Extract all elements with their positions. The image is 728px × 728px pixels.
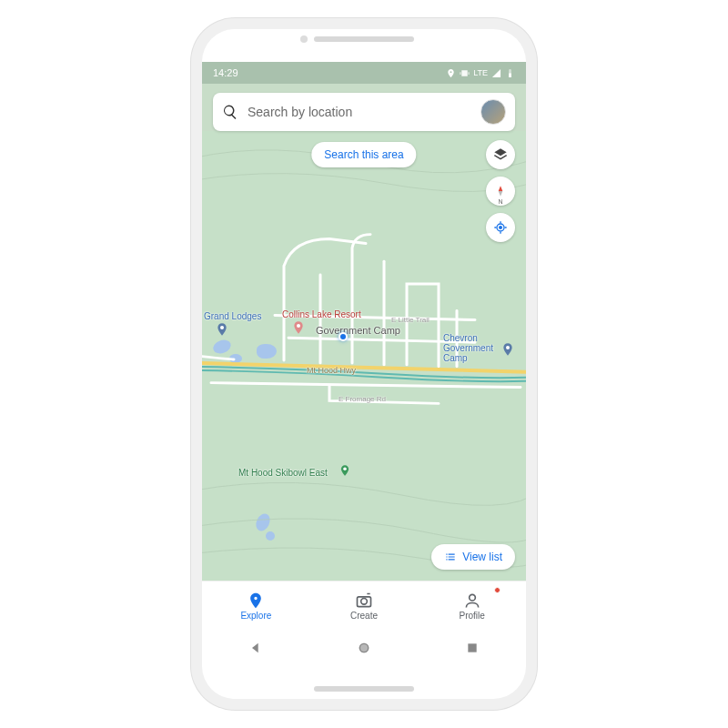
nav-explore[interactable]: Explore bbox=[202, 581, 310, 630]
status-bar: 14:29 LTE bbox=[202, 62, 526, 84]
phone-frame: 14:29 LTE Search by location bbox=[191, 18, 537, 710]
search-area-button[interactable]: Search this area bbox=[311, 142, 416, 167]
current-location-dot bbox=[339, 332, 348, 341]
map-canvas[interactable]: Grand Lodges Collins Lake Resort Governm… bbox=[202, 131, 526, 581]
home-button[interactable] bbox=[357, 641, 371, 655]
nav-profile-label: Profile bbox=[460, 611, 485, 621]
place-collins-lake: Collins Lake Resort bbox=[282, 309, 361, 319]
nav-create-label: Create bbox=[350, 611, 378, 621]
svg-point-8 bbox=[469, 594, 475, 601]
svg-point-2 bbox=[506, 346, 510, 349]
svg-point-3 bbox=[343, 468, 347, 471]
search-icon bbox=[222, 104, 238, 120]
compass-button[interactable]: N bbox=[486, 177, 515, 206]
pin-grand-lodges[interactable] bbox=[215, 322, 229, 337]
front-camera bbox=[300, 35, 308, 43]
my-location-button[interactable] bbox=[486, 213, 515, 242]
back-button[interactable] bbox=[248, 641, 263, 655]
place-skibowl: Mt Hood Skibowl East bbox=[238, 468, 328, 478]
svg-point-0 bbox=[220, 326, 224, 329]
bottom-nav: Explore Create Profile bbox=[202, 581, 526, 630]
camera-icon bbox=[355, 592, 373, 610]
fromage-label: E Fromage Rd bbox=[339, 395, 386, 403]
explore-icon bbox=[247, 592, 265, 610]
list-icon bbox=[444, 551, 457, 563]
search-area-label: Search this area bbox=[324, 148, 403, 161]
battery-icon bbox=[505, 68, 515, 78]
view-list-label: View list bbox=[462, 551, 502, 563]
search-placeholder: Search by location bbox=[248, 105, 471, 119]
pin-chevron[interactable] bbox=[500, 342, 515, 357]
layers-icon bbox=[493, 147, 508, 162]
status-time: 14:29 bbox=[213, 67, 238, 78]
compass-icon bbox=[494, 185, 507, 197]
svg-point-7 bbox=[361, 598, 368, 604]
nav-explore-label: Explore bbox=[240, 611, 271, 621]
svg-rect-11 bbox=[468, 643, 476, 652]
svg-point-1 bbox=[297, 324, 300, 328]
svg-point-5 bbox=[500, 227, 502, 229]
nav-create[interactable]: Create bbox=[310, 581, 419, 630]
speaker-top bbox=[314, 36, 414, 42]
status-right: LTE bbox=[446, 68, 515, 78]
view-list-button[interactable]: View list bbox=[431, 544, 515, 570]
vibrate-icon bbox=[460, 68, 470, 78]
avatar[interactable] bbox=[480, 99, 506, 125]
my-location-icon bbox=[493, 220, 508, 235]
location-icon bbox=[446, 68, 456, 78]
hwy-label: Mt Hood Hwy bbox=[307, 366, 356, 375]
profile-icon bbox=[463, 592, 481, 610]
speaker-bottom bbox=[314, 686, 414, 692]
compass-n: N bbox=[498, 198, 502, 205]
system-nav bbox=[202, 630, 526, 666]
place-grand-lodges: Grand Lodges bbox=[204, 311, 261, 321]
trail-label: E Little Trail bbox=[391, 316, 430, 324]
nav-profile[interactable]: Profile bbox=[418, 581, 526, 630]
pin-collins-lake[interactable] bbox=[291, 320, 306, 335]
recents-button[interactable] bbox=[465, 641, 480, 655]
notification-dot bbox=[494, 587, 500, 593]
search-bar[interactable]: Search by location bbox=[213, 93, 515, 131]
screen: 14:29 LTE Search by location bbox=[202, 62, 526, 666]
place-gov-camp: Government Camp bbox=[316, 325, 400, 336]
phone-inner: 14:29 LTE Search by location bbox=[202, 29, 526, 699]
signal-icon bbox=[491, 68, 501, 78]
pin-skibowl[interactable] bbox=[339, 464, 351, 477]
layers-button[interactable] bbox=[486, 140, 515, 169]
network-type: LTE bbox=[473, 68, 488, 77]
